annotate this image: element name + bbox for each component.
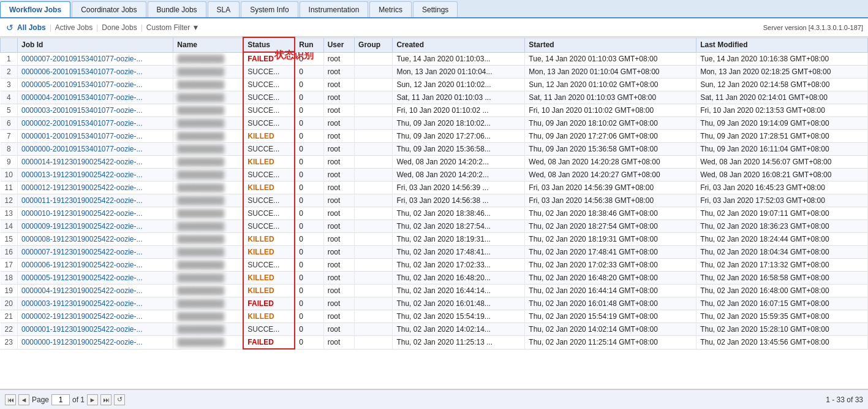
table-row[interactable]: 17 0000006-191230190025422-oozie-... ███… xyxy=(1,259,868,272)
cell-job-id[interactable]: 0000005-200109153401077-oozie-... xyxy=(18,78,173,91)
col-header-user: User xyxy=(323,37,354,52)
table-row[interactable]: 22 0000001-191230190025422-oozie-... ███… xyxy=(1,323,868,336)
table-row[interactable]: 21 0000002-191230190025422-oozie-... ███… xyxy=(1,310,868,323)
table-row[interactable]: 1 0000007-200109153401077-oozie-... ████… xyxy=(1,52,868,66)
cell-job-id[interactable]: 0000001-191230190025422-oozie-... xyxy=(18,323,173,336)
table-row[interactable]: 6 0000002-200109153401077-oozie-... ████… xyxy=(1,117,868,130)
cell-last-modified: Thu, 02 Jan 2020 16:07:15 GMT+08:00 xyxy=(696,297,868,310)
cell-job-id[interactable]: 0000009-191230190025422-oozie-... xyxy=(18,220,173,233)
cell-status: SUCCE... xyxy=(243,194,295,207)
tab-bundle-jobs[interactable]: Bundle Jobs xyxy=(148,1,206,17)
page-number-input[interactable] xyxy=(51,394,70,405)
cell-started: Fri, 03 Jan 2020 14:56:39 GMT+08:00 xyxy=(525,182,696,194)
cell-last-modified: Thu, 02 Jan 2020 18:24:44 GMT+08:00 xyxy=(696,233,868,246)
cell-run: 0 xyxy=(295,272,323,285)
cell-job-id[interactable]: 0000010-191230190025422-oozie-... xyxy=(18,207,173,220)
cell-group xyxy=(355,182,393,194)
table-row[interactable]: 11 0000012-191230190025422-oozie-... ███… xyxy=(1,182,868,194)
cell-group xyxy=(355,310,393,323)
cell-run: 0 xyxy=(295,130,323,143)
table-row[interactable]: 9 0000014-191230190025422-oozie-... ████… xyxy=(1,156,868,169)
record-count: 1 - 33 of 33 xyxy=(826,396,863,404)
table-row[interactable]: 20 0000003-191230190025422-oozie-... ███… xyxy=(1,297,868,310)
cell-status: SUCCE... xyxy=(243,104,295,117)
cell-name: █████████ xyxy=(173,78,244,91)
cell-status: SUCCE... xyxy=(243,78,295,91)
table-row[interactable]: 13 0000010-191230190025422-oozie-... ███… xyxy=(1,207,868,220)
cell-job-id[interactable]: 0000005-191230190025422-oozie-... xyxy=(18,272,173,285)
cell-job-id[interactable]: 0000004-200109153401077-oozie-... xyxy=(18,91,173,104)
cell-created: Thu, 09 Jan 2020 17:27:06... xyxy=(393,130,525,143)
cell-job-id[interactable]: 0000012-191230190025422-oozie-... xyxy=(18,182,173,194)
cell-last-modified: Sat, 11 Jan 2020 02:14:01 GMT+08:00 xyxy=(696,91,868,104)
table-row[interactable]: 16 0000007-191230190025422-oozie-... ███… xyxy=(1,246,868,259)
cell-job-id[interactable]: 0000007-191230190025422-oozie-... xyxy=(18,246,173,259)
custom-filter-link[interactable]: Custom Filter ▼ xyxy=(146,23,200,32)
table-row[interactable]: 7 0000001-200109153401077-oozie-... ████… xyxy=(1,130,868,143)
tab-coordinator-jobs[interactable]: Coordinator Jobs xyxy=(72,1,146,17)
table-row[interactable]: 3 0000005-200109153401077-oozie-... ████… xyxy=(1,78,868,91)
tab-instrumentation[interactable]: Instrumentation xyxy=(300,1,369,17)
table-row[interactable]: 4 0000004-200109153401077-oozie-... ████… xyxy=(1,91,868,104)
tab-sla[interactable]: SLA xyxy=(208,1,240,17)
tab-settings[interactable]: Settings xyxy=(413,1,458,17)
cell-group xyxy=(355,78,393,91)
table-row[interactable]: 10 0000013-191230190025422-oozie-... ███… xyxy=(1,169,868,182)
cell-job-id[interactable]: 0000007-200109153401077-oozie-... xyxy=(18,52,173,66)
cell-job-id[interactable]: 0000002-191230190025422-oozie-... xyxy=(18,310,173,323)
cell-job-id[interactable]: 0000006-191230190025422-oozie-... xyxy=(18,259,173,272)
cell-user: root xyxy=(323,310,354,323)
refresh-icon[interactable]: ↺ xyxy=(5,23,15,32)
cell-num: 19 xyxy=(1,285,18,297)
prev-page-button[interactable]: ◄ xyxy=(18,394,29,405)
cell-name: █████████ xyxy=(173,194,244,207)
cell-job-id[interactable]: 0000011-191230190025422-oozie-... xyxy=(18,194,173,207)
cell-job-id[interactable]: 0000002-200109153401077-oozie-... xyxy=(18,117,173,130)
col-header-created: Created xyxy=(393,37,525,52)
cell-job-id[interactable]: 0000013-191230190025422-oozie-... xyxy=(18,169,173,182)
cell-created: Tue, 14 Jan 2020 01:10:03... xyxy=(393,52,525,66)
cell-last-modified: Thu, 02 Jan 2020 16:58:58 GMT+08:00 xyxy=(696,272,868,285)
table-row[interactable]: 14 0000009-191230190025422-oozie-... ███… xyxy=(1,220,868,233)
cell-job-id[interactable]: 0000000-200109153401077-oozie-... xyxy=(18,143,173,156)
cell-started: Sat, 11 Jan 2020 01:10:03 GMT+08:00 xyxy=(525,91,696,104)
tab-system-info[interactable]: System Info xyxy=(241,1,298,17)
cell-job-id[interactable]: 0000003-191230190025422-oozie-... xyxy=(18,297,173,310)
refresh-pagination-button[interactable]: ↺ xyxy=(114,394,125,405)
cell-job-id[interactable]: 0000000-191230190025422-oozie-... xyxy=(18,336,173,350)
cell-job-id[interactable]: 0000001-200109153401077-oozie-... xyxy=(18,130,173,143)
cell-job-id[interactable]: 0000008-191230190025422-oozie-... xyxy=(18,233,173,246)
table-row[interactable]: 15 0000008-191230190025422-oozie-... ███… xyxy=(1,233,868,246)
cell-status: FAILED xyxy=(243,336,295,350)
table-row[interactable]: 2 0000006-200109153401077-oozie-... ████… xyxy=(1,66,868,78)
tab-workflow-jobs[interactable]: Workflow Jobs xyxy=(0,1,70,17)
cell-user: root xyxy=(323,66,354,78)
cell-started: Thu, 09 Jan 2020 18:10:02 GMT+08:00 xyxy=(525,117,696,130)
table-row[interactable]: 19 0000004-191230190025422-oozie-... ███… xyxy=(1,285,868,297)
cell-user: root xyxy=(323,323,354,336)
table-row[interactable]: 12 0000011-191230190025422-oozie-... ███… xyxy=(1,194,868,207)
active-jobs-link[interactable]: Active Jobs xyxy=(55,23,92,32)
all-jobs-link[interactable]: All Jobs xyxy=(17,23,46,32)
jobs-table: Job Id Name Status 状态识别 Run User Group C… xyxy=(0,37,868,350)
cell-job-id[interactable]: 0000014-191230190025422-oozie-... xyxy=(18,156,173,169)
done-jobs-link[interactable]: Done Jobs xyxy=(102,23,137,32)
cell-run: 0 xyxy=(295,207,323,220)
cell-name: █████████ xyxy=(173,169,244,182)
cell-user: root xyxy=(323,78,354,91)
cell-job-id[interactable]: 0000006-200109153401077-oozie-... xyxy=(18,66,173,78)
last-page-button[interactable]: ⏭ xyxy=(100,394,111,405)
cell-job-id[interactable]: 0000004-191230190025422-oozie-... xyxy=(18,285,173,297)
cell-job-id[interactable]: 0000003-200109153401077-oozie-... xyxy=(18,104,173,117)
tab-metrics[interactable]: Metrics xyxy=(369,1,412,17)
first-page-button[interactable]: ⏮ xyxy=(5,394,16,405)
tab-bar: Workflow Jobs Coordinator Jobs Bundle Jo… xyxy=(0,0,868,18)
table-row[interactable]: 8 0000000-200109153401077-oozie-... ████… xyxy=(1,143,868,156)
cell-group xyxy=(355,194,393,207)
next-page-button[interactable]: ► xyxy=(87,394,98,405)
cell-started: Thu, 02 Jan 2020 16:48:20 GMT+08:00 xyxy=(525,272,696,285)
cell-status: SUCCE... xyxy=(243,207,295,220)
table-row[interactable]: 23 0000000-191230190025422-oozie-... ███… xyxy=(1,336,868,350)
table-row[interactable]: 18 0000005-191230190025422-oozie-... ███… xyxy=(1,272,868,285)
table-row[interactable]: 5 0000003-200109153401077-oozie-... ████… xyxy=(1,104,868,117)
